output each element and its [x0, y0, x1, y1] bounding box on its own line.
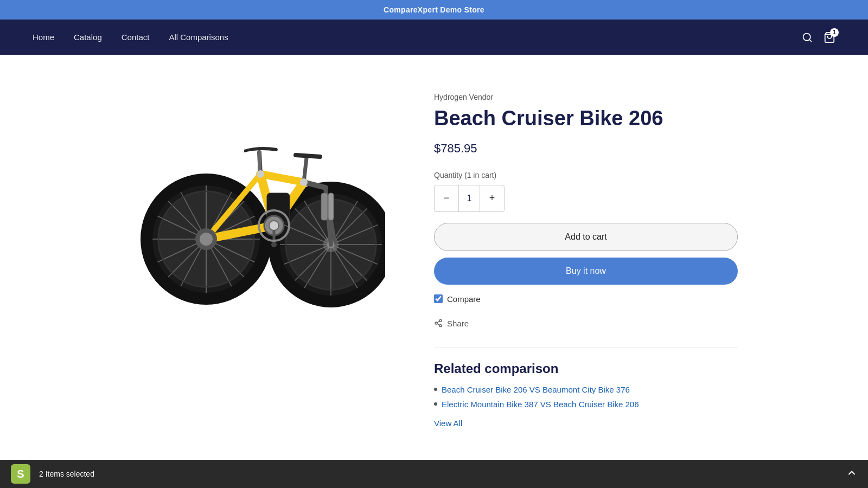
related-item-0: Beach Cruiser Bike 206 VS Beaumont City … — [434, 385, 738, 394]
svg-point-57 — [300, 178, 308, 186]
quantity-increase-button[interactable]: + — [480, 185, 504, 211]
bike-illustration — [136, 87, 385, 315]
nav-icons: 1 — [802, 31, 835, 43]
add-to-cart-button[interactable]: Add to cart — [434, 223, 738, 251]
view-all-link[interactable]: View All — [434, 419, 462, 428]
buy-it-now-button[interactable]: Buy it now — [434, 258, 738, 285]
top-banner: CompareXpert Demo Store — [0, 0, 868, 20]
svg-line-45 — [296, 155, 320, 157]
quantity-control: − 1 + — [434, 185, 505, 212]
svg-point-56 — [257, 170, 264, 178]
quantity-value: 1 — [458, 185, 480, 211]
svg-point-54 — [200, 233, 213, 246]
search-icon — [802, 32, 813, 43]
quantity-label: Quantity (1 in cart) — [434, 171, 738, 179]
share-label: Share — [447, 319, 469, 328]
cart-badge: 1 — [830, 28, 839, 37]
nav-contact[interactable]: Contact — [122, 33, 150, 42]
related-link-0[interactable]: Beach Cruiser Bike 206 VS Beaumont City … — [442, 385, 630, 394]
compare-row: Compare — [434, 294, 738, 304]
compare-checkbox[interactable] — [434, 294, 443, 303]
svg-rect-51 — [321, 193, 328, 220]
product-price: $785.95 — [434, 142, 738, 156]
cart-button[interactable]: 1 — [824, 31, 835, 43]
related-link-1[interactable]: Electric Mountain Bike 387 VS Beach Crui… — [442, 400, 639, 409]
share-button[interactable]: Share — [434, 319, 469, 328]
svg-point-49 — [271, 242, 277, 247]
svg-rect-52 — [328, 193, 334, 220]
banner-text: CompareXpert Demo Store — [384, 5, 484, 14]
related-list: Beach Cruiser Bike 206 VS Beaumont City … — [434, 385, 738, 409]
bottom-bar: S 2 Items selected — [0, 460, 868, 461]
share-icon — [434, 319, 443, 328]
product-section: Hydrogen Vendor Beach Cruiser Bike 206 $… — [434, 87, 738, 428]
product-image-section — [130, 87, 391, 315]
nav-catalog[interactable]: Catalog — [74, 33, 102, 42]
product-image — [136, 87, 385, 315]
quantity-decrease-button[interactable]: − — [435, 185, 458, 211]
bullet-icon — [434, 402, 437, 406]
compare-label: Compare — [447, 294, 481, 304]
nav-links: Home Catalog Contact All Comparisons — [33, 33, 228, 42]
related-title: Related comparison — [434, 361, 738, 376]
bullet-icon — [434, 388, 437, 391]
main-content: Hydrogen Vendor Beach Cruiser Bike 206 $… — [108, 55, 760, 461]
navigation: Home Catalog Contact All Comparisons 1 — [0, 20, 868, 55]
search-button[interactable] — [802, 32, 813, 43]
product-title: Beach Cruiser Bike 206 — [434, 107, 738, 131]
svg-line-62 — [437, 322, 440, 323]
svg-line-1 — [809, 39, 812, 41]
svg-line-61 — [437, 324, 440, 325]
section-divider — [434, 348, 738, 348]
related-item-1: Electric Mountain Bike 387 VS Beach Crui… — [434, 400, 738, 409]
nav-home[interactable]: Home — [33, 33, 54, 42]
vendor-name: Hydrogen Vendor — [434, 93, 738, 101]
nav-all-comparisons[interactable]: All Comparisons — [169, 33, 228, 42]
svg-point-55 — [270, 221, 278, 230]
